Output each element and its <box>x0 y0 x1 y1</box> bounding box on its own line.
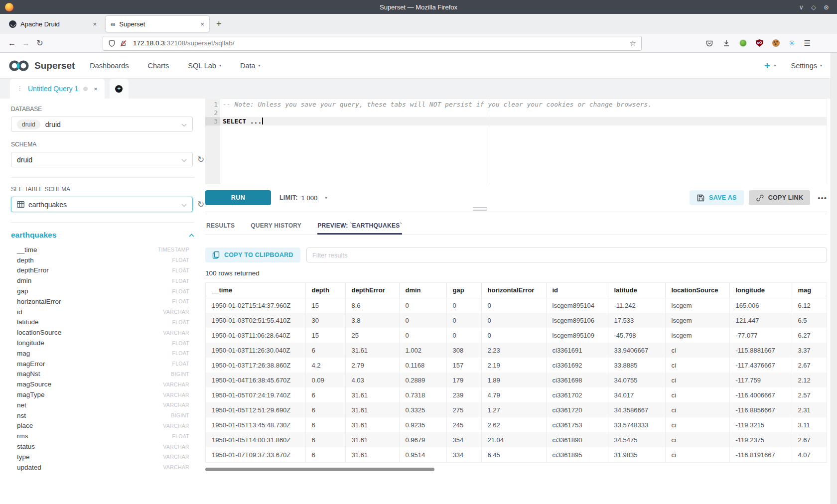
shield-icon[interactable] <box>108 39 116 47</box>
refresh-schema-icon[interactable]: ↻ <box>197 154 204 165</box>
filter-results-input[interactable] <box>306 248 827 262</box>
chevron-down-icon[interactable]: ▾ <box>774 63 776 68</box>
nav-item-dashboards[interactable]: Dashboards <box>90 62 129 70</box>
table-cell: 6 <box>305 417 345 432</box>
table-row: 1950-01-05T07:24:19.740Z631.610.73182394… <box>206 387 827 402</box>
table-cell: 1950-01-02T15:14:37.960Z <box>206 298 305 313</box>
column-header[interactable]: horizontalError <box>481 283 546 298</box>
pocket-icon[interactable] <box>705 39 713 47</box>
window-minimize-icon[interactable]: ∨ <box>799 3 804 11</box>
tab-close-icon[interactable]: × <box>93 20 97 28</box>
schema-select[interactable]: druid <box>11 152 193 167</box>
column-type: TIMESTAMP <box>158 247 194 252</box>
browser-toolbar: ← → ↻ 172.18.0.3:32108/superset/sqllab/ … <box>0 34 837 53</box>
schema-label: SCHEMA <box>11 141 205 148</box>
tab-preview-earthquakes[interactable]: PREVIEW: `EARTHQUAKES` <box>317 219 402 234</box>
extension-asterisk-icon[interactable]: ✳ <box>789 39 795 47</box>
nav-item-data[interactable]: Data▾ <box>240 62 261 70</box>
query-tab-untitled-query-1[interactable]: ⋮ Untitled Query 1 × <box>10 79 105 99</box>
copy-to-clipboard-button[interactable]: COPY TO CLIPBOARD <box>205 248 300 262</box>
table-cell: 1950-01-03T17:26:38.860Z <box>206 358 305 373</box>
download-icon[interactable] <box>722 39 730 47</box>
copy-link-button[interactable]: COPY LINK <box>749 190 811 205</box>
extension-green-icon[interactable] <box>739 39 747 47</box>
url-path: :32108/superset/sqllab/ <box>165 39 235 47</box>
table-column-row: __time TIMESTAMP <box>11 245 194 255</box>
browser-tabstrip: Apache Druid × ∞ Superset × + <box>0 14 837 34</box>
table-cell: 4.07 <box>792 447 827 462</box>
add-new-icon[interactable]: + <box>764 61 770 71</box>
bookmark-star-icon[interactable]: ☆ <box>630 39 636 48</box>
limit-label: LIMIT: <box>279 194 298 201</box>
table-cell: 165.006 <box>729 298 792 313</box>
column-header[interactable]: locationSource <box>665 283 729 298</box>
column-header[interactable]: depthError <box>345 283 399 298</box>
drag-dots-icon[interactable]: ⋮ <box>17 85 22 92</box>
browser-tab-superset[interactable]: ∞ Superset × <box>106 16 209 32</box>
database-select[interactable]: druid druid <box>11 117 193 132</box>
table-cell: 1950-01-07T09:37:33.670Z <box>206 447 305 462</box>
column-header[interactable]: depth <box>305 283 345 298</box>
more-options-icon[interactable]: ••• <box>818 194 827 202</box>
reload-icon[interactable]: ↻ <box>33 38 47 48</box>
new-tab-button[interactable]: + <box>216 19 222 29</box>
horizontal-scrollbar-thumb[interactable] <box>205 468 434 471</box>
collapse-chevron-icon[interactable] <box>189 234 194 237</box>
forward-icon[interactable]: → <box>19 39 33 48</box>
chevron-down-icon <box>181 200 187 209</box>
add-query-tab-button[interactable]: + <box>110 79 129 99</box>
table-cell: iscgem <box>665 313 729 328</box>
pane-splitter[interactable] <box>205 212 827 212</box>
limit-caret-icon[interactable]: ▾ <box>325 195 327 200</box>
nav-item-charts[interactable]: Charts <box>148 62 169 70</box>
column-header[interactable]: gap <box>446 283 481 298</box>
column-header[interactable]: id <box>546 283 608 298</box>
insecure-lock-icon[interactable] <box>120 39 127 47</box>
column-header[interactable]: mag <box>792 283 827 298</box>
browser-tab-apache-druid[interactable]: Apache Druid × <box>4 16 102 32</box>
table-cell: 275 <box>446 402 481 417</box>
table-cell: 4.79 <box>481 387 546 402</box>
table-column-row: latitude FLOAT <box>11 317 194 328</box>
table-columns-list: __time TIMESTAMP depth FLOAT depthError … <box>11 245 194 473</box>
tab-close-icon[interactable]: × <box>200 20 204 28</box>
table-select[interactable]: earthquakes <box>11 197 193 212</box>
tab-query-history[interactable]: QUERY HISTORY <box>251 219 301 234</box>
table-cell: 0 <box>399 328 446 343</box>
table-cell: 2.67 <box>792 432 827 447</box>
table-cell: ci3361890 <box>546 432 608 447</box>
refresh-table-icon[interactable]: ↻ <box>197 199 204 210</box>
page-scrollbar[interactable] <box>831 53 837 504</box>
column-header[interactable]: __time <box>206 283 305 298</box>
sql-editor[interactable]: 1 2 3 -- Note: Unless you save your quer… <box>205 99 827 184</box>
table-cell: 1950-01-03T11:26:30.040Z <box>206 343 305 358</box>
back-icon[interactable]: ← <box>5 39 19 48</box>
limit-value[interactable]: 1 000 <box>301 194 318 202</box>
splitter-grip-icon[interactable] <box>473 207 487 212</box>
column-type: FLOAT <box>172 288 194 294</box>
superset-brand[interactable]: Superset <box>8 59 75 73</box>
window-maximize-icon[interactable]: ◇ <box>811 3 816 11</box>
column-header[interactable]: latitude <box>608 283 665 298</box>
editor-content[interactable]: -- Note: Unless you save your query, the… <box>220 99 827 184</box>
window-close-icon[interactable]: ⊗ <box>824 3 829 11</box>
table-column-row: id VARCHAR <box>11 307 194 317</box>
save-as-button[interactable]: SAVE AS <box>690 190 744 205</box>
cookie-icon[interactable] <box>772 39 780 47</box>
close-icon[interactable]: × <box>94 85 98 93</box>
column-name: depthError <box>17 266 49 274</box>
superset-navbar: Superset Dashboards Charts SQL Lab▾ Data… <box>0 53 837 78</box>
run-button[interactable]: RUN <box>205 190 271 205</box>
settings-menu[interactable]: Settings▾ <box>791 62 822 70</box>
column-header[interactable]: dmin <box>399 283 446 298</box>
nav-item-sql-lab[interactable]: SQL Lab▾ <box>188 62 221 70</box>
ublock-shield-icon[interactable]: uO <box>756 39 763 47</box>
column-type: FLOAT <box>172 267 194 273</box>
column-header[interactable]: longitude <box>729 283 792 298</box>
url-bar[interactable]: 172.18.0.3:32108/superset/sqllab/ ☆ <box>103 36 642 51</box>
table-schema-header[interactable]: earthquakes <box>11 231 194 240</box>
tab-results[interactable]: RESULTS <box>206 219 235 234</box>
menu-hamburger-icon[interactable]: ☰ <box>804 39 811 48</box>
table-cell: 31.9835 <box>608 447 665 462</box>
url-text[interactable]: 172.18.0.3:32108/superset/sqllab/ <box>133 39 234 47</box>
